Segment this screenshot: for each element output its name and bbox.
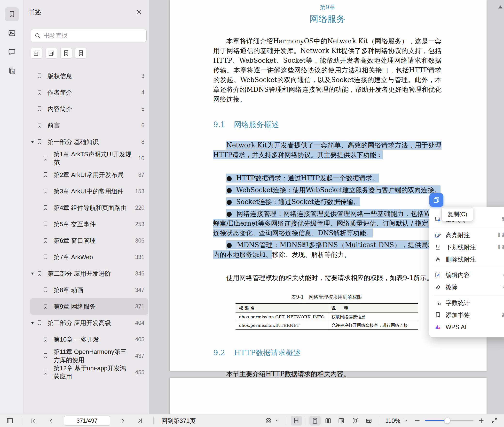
read-mode-button[interactable] <box>265 417 272 424</box>
collapse-caret-icon[interactable] <box>31 322 36 324</box>
bookmark-item[interactable]: 前言6 <box>30 117 148 134</box>
fit-page-icon <box>352 417 359 424</box>
section-9-2-paragraph: 本节主要介绍HTTP数据请求的相关内容。 <box>213 369 441 379</box>
bookmark-icon <box>42 369 49 375</box>
menu-item-underline[interactable]: 下划线附注⇧⌘ <box>429 241 504 253</box>
fit-width-button[interactable] <box>363 416 374 426</box>
feature-bullet: ● WebSocket连接：使用WebSocket建立服务器与客户端的双向连接。 <box>213 185 441 195</box>
continuous-scroll-button[interactable] <box>291 416 302 426</box>
bookmark-label: 第9章 网络服务 <box>54 302 96 311</box>
menu-item-highlight[interactable]: 高亮附注⇧⌘ <box>429 229 504 241</box>
two-page-view-button[interactable] <box>323 416 334 426</box>
bookmark-icon <box>42 336 49 343</box>
first-page-button[interactable] <box>30 417 37 424</box>
back-to-page-link[interactable]: 回到第371页 <box>161 417 196 425</box>
bottom-toolbar: 371/497 回到第371页 110% <box>0 414 504 427</box>
feature-bullet-list: ● HTTP数据请求：通过HTTP发起一个数据请求。● WebSocket连接：… <box>213 173 441 259</box>
menu-item-word-count[interactable]: 字数统计 <box>429 297 504 309</box>
zoom-out-button[interactable] <box>414 417 421 424</box>
bookmark-icon <box>36 270 43 277</box>
rail-comments-button[interactable] <box>5 45 19 59</box>
zoom-dropdown[interactable] <box>404 419 408 423</box>
menu-item-label: WPS AI <box>446 324 466 331</box>
scroll-up-arrow[interactable] <box>498 5 503 8</box>
single-page-view-button[interactable] <box>309 416 321 426</box>
bookmark-label: 第4章 组件导航和页面路由 <box>54 204 127 212</box>
bookmark-page-number: 37 <box>135 172 144 178</box>
zoom-level[interactable]: 110% <box>385 417 400 424</box>
section-title: 网络服务概述 <box>234 120 279 130</box>
bookmark-item[interactable]: 第7章 ArkWeb331 <box>30 249 148 265</box>
bookmark-item[interactable]: 第5章 交互事件253 <box>30 216 148 232</box>
menu-item-edit-content[interactable]: 编辑内容⌥ <box>429 269 504 281</box>
add-bookmark-button[interactable] <box>60 48 72 59</box>
menu-item-wps-ai[interactable]: WPS AI <box>429 321 504 333</box>
bookmark-item[interactable]: 第4章 组件导航和页面路由220 <box>30 199 148 216</box>
bookmark-item[interactable]: 第8章 动画347 <box>30 282 148 298</box>
bookmark-item[interactable]: 第10章 一多开发405 <box>30 331 148 348</box>
bookmark-item[interactable]: 作者简介4 <box>30 84 148 101</box>
table-cell: ohos.permission.INTERNET <box>236 321 328 330</box>
previous-page-button[interactable] <box>48 417 55 424</box>
rail-thumbnails-button[interactable] <box>5 26 19 40</box>
menu-item-erase[interactable]: 擦除⌥ <box>429 281 504 293</box>
menu-item-strikethrough[interactable]: 删除线附注 <box>429 253 504 265</box>
collapse-caret-icon[interactable] <box>31 141 36 143</box>
bookmark-search-input[interactable] <box>44 32 143 39</box>
rail-export-doc-button[interactable]: W <box>5 64 19 78</box>
svg-text:W: W <box>11 70 14 73</box>
bookmark-item[interactable]: 第1章 ArkTS声明式UI开发规范10 <box>30 150 148 167</box>
collapse-all-button[interactable] <box>46 48 57 59</box>
zoom-in-button[interactable] <box>478 417 485 424</box>
bookmark-page-number: 253 <box>132 221 144 228</box>
bookmark-item[interactable]: 版权信息3 <box>30 68 148 84</box>
bookmark-icon <box>42 172 49 178</box>
page-indicator: 371/497 <box>77 417 98 424</box>
fit-page-button[interactable] <box>350 416 361 426</box>
bookmark-page-number: 8 <box>138 139 144 145</box>
permission-note: 使用网络管理模块的相关功能时，需要请求相应的权限，如表9-1所示。 <box>213 273 441 283</box>
fullscreen-button[interactable] <box>491 417 498 424</box>
selected-text: ● Socket连接：通过Socket进行数据传输。 <box>226 197 360 206</box>
bookmark-item[interactable]: 内容简介5 <box>30 101 148 117</box>
rail-bookmarks-button[interactable] <box>5 7 19 21</box>
last-page-button[interactable] <box>136 417 143 424</box>
bookmark-label: 版权信息 <box>47 72 72 80</box>
bookmark-item[interactable]: 第6章 窗口管理306 <box>30 232 148 249</box>
remove-bookmark-button[interactable] <box>75 48 87 59</box>
expand-all-button[interactable] <box>31 48 42 59</box>
bookmark-item[interactable]: 第12章 基于uni-app开发鸿蒙应用455 <box>30 364 148 381</box>
bookmark-search[interactable] <box>31 29 147 42</box>
erase-icon <box>434 283 441 291</box>
fullscreen-icon <box>491 417 498 424</box>
bookmark-item[interactable]: 第三部分 应用开发高级404 <box>30 315 148 331</box>
bookmark-item[interactable]: 第二部分 应用开发进阶346 <box>30 265 148 282</box>
bookmark-item[interactable]: 第11章 OpenHarmony第三方库的使用437 <box>30 348 148 364</box>
menu-item-add-bookmark[interactable]: 添加书签⌘ <box>429 309 504 321</box>
bookmark-icon <box>42 205 49 211</box>
quick-copy-button[interactable] <box>429 193 443 207</box>
bookmark-page-number: 153 <box>132 188 144 195</box>
bookmark-icon <box>42 254 49 260</box>
feature-bullet: ● MDNS管理：MDNS即多播DNS（Multicast DNS），提供局域网… <box>213 240 441 259</box>
bookmark-item[interactable]: 第一部分 基础知识8 <box>30 134 148 150</box>
bookmark-item[interactable]: 第2章 ArkUI常用开发布局37 <box>30 167 148 183</box>
sidebar-toggle-icon <box>6 417 14 424</box>
bookmark-page-number: 220 <box>132 205 144 211</box>
bookmark-page-number: 306 <box>132 237 144 244</box>
selected-text: ● WebSocket连接：使用WebSocket建立服务器与客户端的双向连接。 <box>226 185 441 194</box>
section-9-1-heading: 9.1 网络服务概述 <box>213 120 441 130</box>
page-indicator-box[interactable]: 371/497 <box>64 416 110 426</box>
read-mode-dropdown[interactable] <box>275 419 279 423</box>
zoom-slider[interactable] <box>425 420 473 421</box>
close-icon[interactable] <box>135 8 143 16</box>
sidebar-toggle-button[interactable] <box>6 417 14 424</box>
collapse-caret-icon[interactable] <box>31 273 36 275</box>
book-view-button[interactable] <box>336 416 347 426</box>
zoom-slider-thumb[interactable] <box>444 418 450 424</box>
bookmark-item[interactable]: 第3章 ArkUI中的常用组件153 <box>30 183 148 199</box>
bookmarks-panel: 书签 版权信息3作者简介4内容简介5前言6第一部分 基础知识8第1章 ArkTS… <box>24 0 149 414</box>
bookmark-label: 第11章 OpenHarmony第三方库的使用 <box>54 348 132 364</box>
bookmark-item[interactable]: 第9章 网络服务371 <box>30 298 148 315</box>
next-page-button[interactable] <box>119 417 126 424</box>
